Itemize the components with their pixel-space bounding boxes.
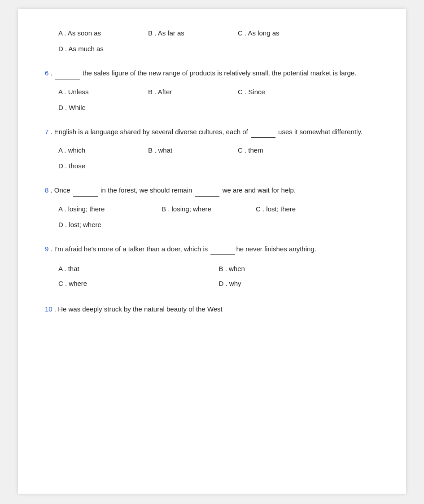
q7-option-d: D . those: [58, 160, 144, 172]
q5-option-a: A . As soon as: [58, 27, 144, 39]
question-6-dot: .: [51, 69, 54, 77]
q8-option-b: B . losing; where: [162, 203, 251, 215]
question-7: 7 . English is a language shared by seve…: [45, 126, 379, 172]
q8-blank1: [73, 184, 98, 197]
question-8-text: 8 . Once in the forest, we should remain…: [45, 184, 379, 197]
question-10-text: 10 . He was deeply struck by the natural…: [45, 303, 379, 315]
q8-option-c: C . lost; there: [256, 203, 337, 215]
q8-option-a: A . losing; there: [58, 203, 157, 215]
exam-page: A . As soon as B . As far as C . As long…: [18, 9, 406, 494]
question-6-text: 6 . the sales figure of the new range of…: [45, 67, 379, 79]
question-5-options: A . As soon as B . As far as C . As long…: [45, 27, 379, 55]
question-7-number: 7: [45, 128, 48, 136]
options-row-q7: A . which B . what C . them D . those: [45, 144, 379, 172]
q5-option-c: C . As long as: [238, 27, 323, 39]
options-row-q5: A . As soon as B . As far as C . As long…: [45, 27, 379, 55]
q9-option-b: B . when: [219, 261, 380, 276]
q9-option-c: C . where: [58, 276, 219, 291]
question-8: 8 . Once in the forest, we should remain…: [45, 184, 379, 231]
q9-blank: [210, 243, 235, 255]
q9-option-d: D . why: [219, 276, 380, 291]
question-10: 10 . He was deeply struck by the natural…: [45, 303, 379, 315]
q5-option-d: D . As much as: [58, 43, 144, 55]
q7-option-b: B . what: [148, 144, 233, 156]
q7-option-a: A . which: [58, 144, 144, 156]
question-9-text: 9 . I’m afraid he’s more of a talker tha…: [45, 243, 379, 255]
q6-blank: [55, 67, 80, 79]
options-row-q6: A . Unless B . After C . Since D . While: [45, 86, 379, 114]
q5-option-b: B . As far as: [148, 27, 233, 39]
q6-option-b: B . After: [148, 86, 233, 98]
options-row-q9: A . that B . when C . where D . why: [45, 261, 379, 291]
q8-blank2: [195, 184, 219, 197]
question-7-text: 7 . English is a language shared by seve…: [45, 126, 379, 138]
q6-option-a: A . Unless: [58, 86, 144, 98]
q7-option-c: C . them: [238, 144, 323, 156]
question-6: 6 . the sales figure of the new range of…: [45, 67, 379, 114]
q9-option-a: A . that: [58, 261, 219, 276]
options-row-q8: A . losing; there B . losing; where C . …: [45, 203, 379, 231]
question-8-number: 8: [45, 186, 48, 194]
question-10-number: 10: [45, 305, 52, 313]
question-9-number: 9: [45, 245, 48, 253]
q6-option-c: C . Since: [238, 86, 323, 98]
question-9: 9 . I’m afraid he’s more of a talker tha…: [45, 243, 379, 291]
q7-blank: [251, 126, 275, 138]
q6-option-d: D . While: [58, 101, 144, 114]
question-6-number: 6: [45, 69, 48, 77]
q8-option-d: D . lost; where: [58, 219, 144, 231]
